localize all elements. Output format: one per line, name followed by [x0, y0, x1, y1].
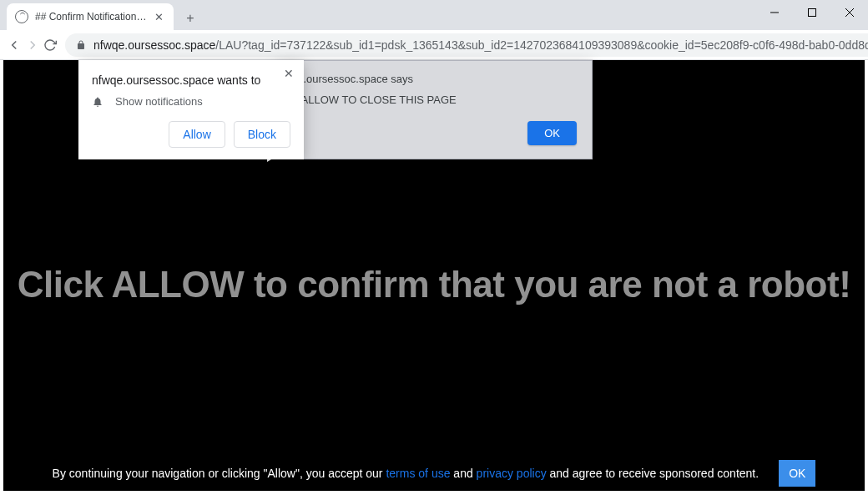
notification-buttons: Allow Block	[92, 121, 290, 148]
forward-button[interactable]	[25, 33, 40, 57]
privacy-policy-link[interactable]: privacy policy	[477, 467, 547, 480]
address-bar[interactable]: nfwqe.oursessoc.space/LAU?tag_id=737122&…	[65, 33, 868, 57]
alert-ok-button[interactable]: OK	[527, 121, 577, 145]
reload-button[interactable]	[43, 33, 57, 57]
alert-origin-text: qe.oursessoc.space says	[291, 73, 577, 85]
cookie-consent-text: By continuing your navigation or clickin…	[53, 466, 760, 481]
maximize-button[interactable]	[793, 0, 830, 25]
cookie-text-suffix: and agree to receive sponsored content.	[547, 467, 760, 480]
block-button[interactable]: Block	[234, 121, 290, 148]
bell-icon	[92, 96, 103, 108]
lock-icon	[75, 39, 87, 51]
notification-body-text: Show notifications	[115, 95, 203, 108]
url-host: nfwqe.oursessoc.space	[93, 38, 215, 52]
terms-of-use-link[interactable]: terms of use	[386, 467, 450, 480]
cookie-consent-bar: By continuing your navigation or clickin…	[0, 460, 868, 487]
back-button[interactable]	[7, 33, 22, 57]
notification-body: Show notifications	[92, 95, 290, 108]
cookie-ok-button[interactable]: OK	[779, 460, 815, 487]
tab-title: ## Confirm Notifications ##	[35, 11, 147, 23]
globe-icon	[15, 10, 28, 23]
tab-bar: ## Confirm Notifications ## ✕ +	[0, 0, 868, 30]
page-heading: Click ALLOW to confirm that you are not …	[0, 264, 868, 306]
window-close-button[interactable]	[830, 0, 868, 25]
url-text: nfwqe.oursessoc.space/LAU?tag_id=737122&…	[93, 38, 868, 52]
alert-message-text: K ALLOW TO CLOSE THIS PAGE	[291, 93, 577, 106]
decorator	[0, 491, 868, 495]
window-controls	[755, 0, 868, 25]
notification-origin-text: nfwqe.oursessoc.space wants to	[92, 73, 290, 87]
browser-toolbar: nfwqe.oursessoc.space/LAU?tag_id=737122&…	[0, 30, 868, 60]
tab-close-icon[interactable]: ✕	[152, 10, 165, 23]
notification-permission-popup: ✕ nfwqe.oursessoc.space wants to Show no…	[78, 60, 304, 159]
javascript-alert-dialog: qe.oursessoc.space says K ALLOW TO CLOSE…	[275, 60, 593, 159]
minimize-button[interactable]	[755, 0, 793, 25]
svg-rect-1	[808, 9, 815, 17]
allow-button[interactable]: Allow	[169, 121, 225, 148]
url-path: /LAU?tag_id=737122&sub_id1=pdsk_1365143&…	[215, 38, 868, 52]
popup-close-icon[interactable]: ✕	[280, 65, 297, 82]
cookie-text-prefix: By continuing your navigation or clickin…	[53, 467, 386, 480]
new-tab-button[interactable]: +	[179, 7, 202, 30]
cookie-text-and: and	[450, 467, 476, 480]
browser-tab[interactable]: ## Confirm Notifications ## ✕	[7, 3, 174, 30]
